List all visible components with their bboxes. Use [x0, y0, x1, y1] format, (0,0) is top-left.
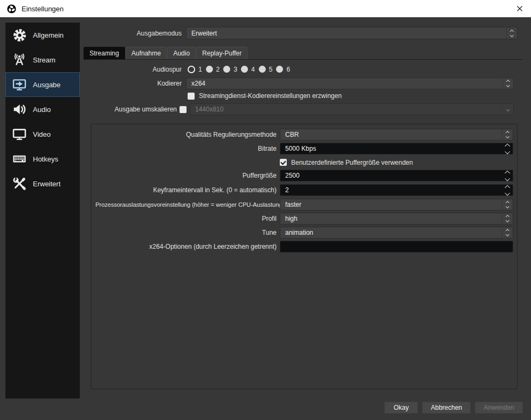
cpu-preset-value: faster	[280, 199, 502, 210]
tab-streaming[interactable]: Streaming	[84, 47, 125, 59]
audio-track-label: Audiospur	[84, 66, 182, 73]
bitrate-label: Bitrate	[95, 145, 277, 152]
spin-down-icon	[505, 190, 509, 195]
radio-label: 5	[269, 66, 273, 73]
custom-buffer-checkbox[interactable]	[280, 159, 287, 166]
radio-button[interactable]	[241, 66, 248, 73]
x264-options-input[interactable]	[280, 241, 513, 253]
keyframe-interval-label: Keyframeintervall in Sek. (0 = automatis…	[95, 186, 277, 194]
tune-value: animation	[280, 227, 502, 238]
cancel-button[interactable]: Abbrechen	[422, 402, 471, 414]
bitrate-input[interactable]	[280, 143, 502, 154]
sidebar: Allgemein Stream	[5, 23, 80, 398]
audio-track-option-6[interactable]: 6	[276, 66, 290, 73]
combo-arrows[interactable]	[502, 104, 513, 115]
sidebar-item-hotkeys[interactable]: Hotkeys	[5, 146, 80, 171]
audio-track-option-5[interactable]: 5	[259, 66, 273, 73]
combo-arrows[interactable]	[502, 227, 513, 238]
combo-arrows[interactable]	[502, 78, 513, 89]
audio-track-option-4[interactable]: 4	[241, 66, 255, 73]
output-mode-select[interactable]: Erweitert	[186, 27, 518, 39]
bitrate-row: Bitrate	[95, 143, 513, 155]
sidebar-item-audio[interactable]: Audio	[5, 97, 80, 122]
tab-replay-puffer[interactable]: Replay-Puffer	[196, 47, 247, 59]
spin-up-icon	[505, 144, 509, 149]
tune-select[interactable]: animation	[280, 227, 513, 239]
combo-arrows[interactable]	[502, 129, 513, 140]
sidebar-item-label: Audio	[33, 106, 51, 114]
chevron-down-icon	[510, 33, 514, 37]
rate-control-label: Qualitäts Regulierungsmethode	[95, 131, 277, 138]
encoder-settings-group: Qualitäts Regulierungsmethode CBR Bitrat…	[91, 124, 518, 389]
encoder-select[interactable]: x264	[186, 78, 514, 89]
sidebar-item-stream[interactable]: Stream	[5, 47, 80, 72]
radio-button[interactable]	[206, 66, 213, 73]
bitrate-spinner[interactable]	[280, 143, 513, 155]
footer: Okay Abbrechen Anwenden	[384, 402, 523, 414]
combo-arrows[interactable]	[506, 27, 517, 39]
rate-control-value: CBR	[280, 129, 502, 140]
keyframe-interval-spinner[interactable]	[280, 184, 513, 196]
chevron-down-icon	[506, 83, 510, 87]
radio-label: 1	[198, 66, 202, 73]
rescale-output-select[interactable]: 1440x810	[190, 103, 514, 115]
rescale-output-value: 1440x810	[190, 104, 502, 115]
monitor-icon	[11, 126, 28, 142]
tab-audio[interactable]: Audio	[167, 47, 196, 59]
tune-row: Tune animation	[95, 227, 513, 239]
sidebar-item-video[interactable]: Video	[5, 122, 80, 146]
spin-up-icon	[505, 171, 509, 176]
radio-button[interactable]	[276, 66, 283, 73]
radio-label: 6	[286, 66, 290, 73]
sidebar-item-erweitert[interactable]: Erweitert	[5, 171, 80, 196]
radio-label: 4	[251, 66, 255, 73]
apply-button[interactable]: Anwenden	[475, 402, 523, 414]
encoder-row: Kodierer x264	[84, 78, 514, 89]
combo-arrows[interactable]	[502, 213, 513, 224]
combo-arrows[interactable]	[502, 199, 513, 210]
okay-button[interactable]: Okay	[384, 402, 418, 414]
audio-track-option-1[interactable]: 1	[188, 66, 202, 73]
spin-arrows[interactable]	[502, 143, 513, 154]
radio-button[interactable]	[188, 66, 195, 73]
audio-track-option-3[interactable]: 3	[223, 66, 237, 73]
tune-label: Tune	[95, 229, 277, 236]
close-button[interactable]	[508, 0, 531, 17]
radio-button[interactable]	[259, 66, 266, 73]
settings-window: Einstellungen Allgemein	[0, 0, 531, 420]
keyframe-interval-row: Keyframeintervall in Sek. (0 = automatis…	[95, 184, 513, 196]
buffer-size-input[interactable]	[280, 170, 502, 181]
rescale-output-checkbox[interactable]	[180, 106, 187, 113]
sidebar-item-label: Hotkeys	[33, 155, 58, 163]
buffer-size-spinner[interactable]	[280, 170, 513, 181]
chevron-up-icon	[510, 29, 514, 33]
chevron-down-icon	[506, 219, 509, 222]
profile-select[interactable]: high	[280, 213, 513, 225]
window-title: Einstellungen	[22, 5, 64, 13]
spin-up-icon	[505, 185, 509, 190]
sidebar-item-label: Video	[33, 130, 51, 138]
enforce-service-checkbox[interactable]	[188, 93, 195, 100]
speaker-icon	[11, 101, 28, 117]
output-icon	[11, 76, 28, 93]
sidebar-item-allgemein[interactable]: Allgemein	[5, 23, 80, 47]
spin-arrows[interactable]	[502, 170, 513, 181]
audio-track-option-2[interactable]: 2	[206, 66, 220, 73]
cpu-preset-row: Prozessorauslastungsvoreinstellung (höhe…	[95, 199, 513, 211]
x264-options-row: x264-Optionen (durch Leerzeichen getrenn…	[95, 241, 513, 253]
output-mode-row: Ausgabemodus Erweitert	[84, 27, 518, 39]
custom-buffer-row: Benutzerdefinierte Puffergröße verwenden	[280, 158, 513, 166]
rate-control-select[interactable]: CBR	[280, 129, 513, 141]
broadcast-icon	[11, 52, 28, 68]
gear-icon	[11, 27, 28, 43]
tab-aufnahme[interactable]: Aufnahme	[126, 47, 167, 59]
rescale-output-row: Ausgabe umskalieren 1440x810	[84, 103, 514, 115]
x264-options-label: x264-Optionen (durch Leerzeichen getrenn…	[95, 243, 277, 250]
cpu-preset-select[interactable]: faster	[280, 199, 513, 211]
buffer-size-label: Puffergröße	[95, 172, 277, 179]
sidebar-item-ausgabe[interactable]: Ausgabe	[5, 72, 80, 97]
rate-control-row: Qualitäts Regulierungsmethode CBR	[95, 129, 513, 141]
spin-arrows[interactable]	[502, 185, 513, 195]
radio-button[interactable]	[223, 66, 230, 73]
keyframe-interval-input[interactable]	[280, 185, 502, 195]
